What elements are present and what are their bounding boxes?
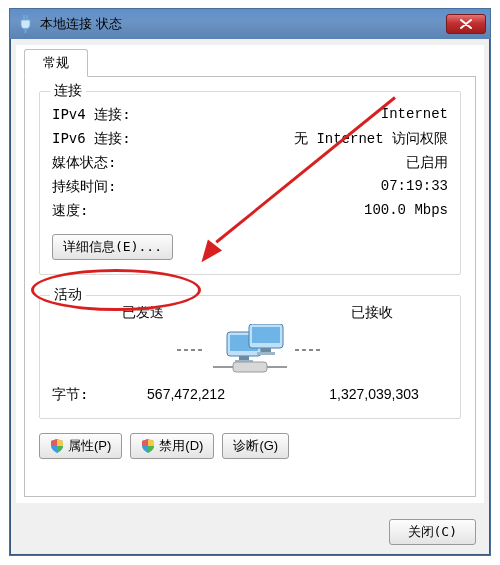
- media-label: 媒体状态:: [52, 154, 116, 172]
- activity-legend: 活动: [50, 286, 86, 304]
- tab-general[interactable]: 常规: [24, 49, 88, 77]
- activity-group: 活动 已发送 已接收: [39, 295, 461, 419]
- speed-value: 100.0 Mbps: [364, 202, 448, 220]
- row-speed: 速度: 100.0 Mbps: [52, 202, 448, 220]
- svg-rect-0: [23, 15, 25, 20]
- action-button-row: 属性(P) 禁用(D) 诊断(G): [39, 433, 461, 459]
- shield-icon: [50, 439, 64, 453]
- close-icon[interactable]: [446, 14, 486, 34]
- bytes-sent-value: 567,472,212: [112, 386, 260, 404]
- dialog-body: 常规 连接 IPv4 连接: Internet IPv6 连接: 无 Inter…: [16, 45, 484, 503]
- duration-label: 持续时间:: [52, 178, 116, 196]
- svg-rect-2: [25, 28, 27, 33]
- bytes-label: 字节:: [52, 386, 112, 404]
- svg-rect-7: [239, 356, 249, 360]
- diagnose-button[interactable]: 诊断(G): [222, 433, 289, 459]
- network-activity-icon: [52, 324, 448, 376]
- svg-rect-11: [261, 348, 271, 352]
- properties-button[interactable]: 属性(P): [39, 433, 122, 459]
- shield-icon: [141, 439, 155, 453]
- plug-icon: [18, 15, 32, 33]
- ipv4-value: Internet: [381, 106, 448, 124]
- row-ipv6: IPv6 连接: 无 Internet 访问权限: [52, 130, 448, 148]
- tab-panel-general: 连接 IPv4 连接: Internet IPv6 连接: 无 Internet…: [24, 76, 476, 497]
- close-button[interactable]: 关闭(C): [389, 519, 476, 545]
- tab-strip: 常规: [24, 49, 476, 77]
- connection-legend: 连接: [50, 82, 86, 100]
- details-button[interactable]: 详细信息(E)...: [52, 234, 173, 260]
- duration-value: 07:19:33: [381, 178, 448, 196]
- activity-header: 已发送 已接收: [52, 304, 448, 322]
- svg-rect-10: [252, 327, 280, 343]
- row-media: 媒体状态: 已启用: [52, 154, 448, 172]
- media-value: 已启用: [406, 154, 448, 172]
- ipv6-value: 无 Internet 访问权限: [294, 130, 448, 148]
- speed-label: 速度:: [52, 202, 88, 220]
- dialog-window: 本地连接 状态 常规 连接 IPv4 连接: Internet: [9, 8, 491, 556]
- activity-bytes-row: 字节: 567,472,212 1,327,039,303: [52, 386, 448, 404]
- row-duration: 持续时间: 07:19:33: [52, 178, 448, 196]
- ipv6-label: IPv6 连接:: [52, 130, 131, 148]
- svg-rect-1: [26, 15, 28, 20]
- titlebar: 本地连接 状态: [10, 9, 490, 39]
- ipv4-label: IPv4 连接:: [52, 106, 131, 124]
- properties-button-label: 属性(P): [68, 437, 111, 455]
- disable-button[interactable]: 禁用(D): [130, 433, 214, 459]
- svg-rect-12: [257, 352, 275, 355]
- connection-group: 连接 IPv4 连接: Internet IPv6 连接: 无 Internet…: [39, 91, 461, 275]
- svg-rect-13: [233, 362, 267, 372]
- dialog-footer: 关闭(C): [10, 509, 490, 555]
- window-title: 本地连接 状态: [40, 15, 446, 33]
- sent-label: 已发送: [122, 304, 164, 322]
- bytes-recv-value: 1,327,039,303: [300, 386, 448, 404]
- diagnose-button-label: 诊断(G): [233, 437, 278, 455]
- recv-label: 已接收: [351, 304, 393, 322]
- disable-button-label: 禁用(D): [159, 437, 203, 455]
- row-ipv4: IPv4 连接: Internet: [52, 106, 448, 124]
